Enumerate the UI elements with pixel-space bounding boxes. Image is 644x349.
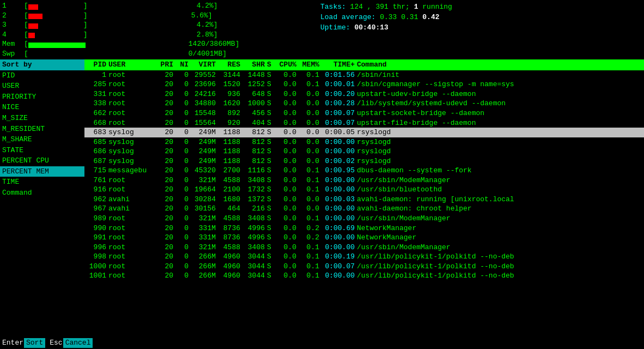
cell-time: 0:00.00 <box>321 185 357 195</box>
cell-mem: 0.0 <box>299 89 321 99</box>
cell-cmd: rsyslogd <box>357 157 643 166</box>
cell-shr: 812 <box>242 147 267 157</box>
cell-res: 936 <box>218 89 242 99</box>
cell-virt: 34880 <box>191 99 218 109</box>
table-row[interactable]: 683 syslog 20 0 249M 1188 812 S 0.0 0.0 … <box>84 128 644 137</box>
table-row[interactable]: 916 root 20 0 19664 2100 1732 S 0.0 0.1 … <box>84 185 644 195</box>
cell-cmd: /usr/sbin/ModemManager <box>357 243 643 252</box>
cell-mem: 0.1 <box>299 262 321 272</box>
table-row[interactable]: 991 root 20 0 331M 8736 4996 S 0.0 0.2 0… <box>84 233 644 243</box>
col-cpu: CPU% <box>276 60 299 70</box>
cell-ni: 0 <box>175 70 191 80</box>
cell-shr: 1732 <box>242 185 267 195</box>
cell-pri: 20 <box>155 271 175 281</box>
table-row[interactable]: 998 root 20 0 266M 4960 3044 S 0.0 0.1 0… <box>84 252 644 262</box>
sort-item-user[interactable]: USER <box>0 81 84 92</box>
cell-ni: 0 <box>175 224 191 233</box>
tasks-thr-label: thr; <box>393 3 414 11</box>
cell-pid: 990 <box>86 224 108 233</box>
swp-bracket-open: [ <box>24 49 28 59</box>
cell-virt: 266M <box>191 252 218 262</box>
cell-virt: 15548 <box>191 109 218 118</box>
cell-user: root <box>108 185 155 195</box>
cell-cpu: 0.0 <box>276 195 299 204</box>
cell-virt: 249M <box>191 147 218 157</box>
cell-res: 4588 <box>218 243 242 252</box>
table-row[interactable]: 967 avahi 20 0 30156 464 216 S 0.0 0.0 0… <box>84 204 644 214</box>
cpu3-row: 3 [ ] 4.2%] <box>2 20 314 30</box>
table-row[interactable]: 990 root 20 0 331M 8736 4996 S 0.0 0.2 0… <box>84 224 644 233</box>
cell-res: 1520 <box>218 80 242 89</box>
cell-res: 4960 <box>218 271 242 281</box>
sort-item-percent-cpu[interactable]: PERCENT CPU <box>0 155 84 166</box>
cell-pid: 715 <box>86 166 108 176</box>
enter-key: Enter <box>2 338 23 348</box>
cell-shr: 3408 <box>242 176 267 185</box>
cell-shr: 4996 <box>242 233 267 243</box>
sort-item-command[interactable]: Command <box>0 188 84 198</box>
sort-item-state[interactable]: STATE <box>0 145 84 156</box>
cell-pid: 996 <box>86 243 108 252</box>
cell-ni: 0 <box>175 233 191 243</box>
cell-pid: 1 <box>86 70 108 80</box>
table-row[interactable]: 331 root 20 0 24216 936 648 S 0.0 0.0 0:… <box>84 89 644 99</box>
table-row[interactable]: 662 root 20 0 15548 892 456 S 0.0 0.0 0:… <box>84 109 644 118</box>
cell-cmd: /usr/sbin/bluetoothd <box>357 185 643 195</box>
sort-item-mshare[interactable]: M_SHARE <box>0 134 84 145</box>
sort-item-nice[interactable]: NICE <box>0 102 84 113</box>
cell-virt: 266M <box>191 262 218 272</box>
cell-res: 1620 <box>218 99 242 109</box>
table-row[interactable]: 687 syslog 20 0 249M 1188 812 S 0.0 0.0 … <box>84 157 644 166</box>
cpu1-bar <box>28 3 83 9</box>
table-row[interactable]: 1000 root 20 0 266M 4960 3044 S 0.0 0.1 … <box>84 262 644 272</box>
table-row[interactable]: 989 root 20 0 321M 4588 3408 S 0.0 0.1 0… <box>84 214 644 224</box>
cell-pid: 285 <box>86 80 108 89</box>
cell-time: 0:00.69 <box>321 224 357 233</box>
table-row[interactable]: 1 root 20 0 29552 3144 1448 S 0.0 0.1 0:… <box>84 70 644 80</box>
cell-virt: 331M <box>191 233 218 243</box>
table-row[interactable]: 715 messagebu 20 0 45320 2700 1116 S 0.0… <box>84 166 644 176</box>
table-row[interactable]: 668 root 20 0 15564 920 404 S 0.0 0.0 0:… <box>84 118 644 128</box>
cell-res: 2700 <box>218 166 242 176</box>
table-row[interactable]: 686 syslog 20 0 249M 1188 812 S 0.0 0.0 … <box>84 147 644 157</box>
cell-mem: 0.1 <box>299 271 321 281</box>
table-row[interactable]: 996 root 20 0 321M 4588 3408 S 0.0 0.1 0… <box>84 243 644 252</box>
cpu3-bracket-open: [ <box>24 20 28 30</box>
cell-pid: 331 <box>86 89 108 99</box>
table-row[interactable]: 285 root 20 0 23696 1520 1252 S 0.0 0.1 … <box>84 80 644 89</box>
table-row[interactable]: 962 avahi 20 0 30284 1680 1372 S 0.0 0.0… <box>84 195 644 204</box>
cell-res: 1680 <box>218 195 242 204</box>
cell-cpu: 0.0 <box>276 204 299 214</box>
sort-item-time[interactable]: TIME <box>0 177 84 188</box>
cell-pri: 20 <box>155 166 175 176</box>
cell-ni: 0 <box>175 137 191 147</box>
table-row[interactable]: 761 root 20 0 321M 4588 3408 S 0.0 0.1 0… <box>84 176 644 185</box>
sort-item-percent-mem[interactable]: PERCENT MEM <box>0 166 84 177</box>
table-row[interactable]: 685 syslog 20 0 249M 1188 812 S 0.0 0.0 … <box>84 137 644 147</box>
table-row[interactable]: 1001 root 20 0 266M 4960 3044 S 0.0 0.1 … <box>84 271 644 281</box>
cell-user: syslog <box>108 147 155 157</box>
cell-cpu: 0.0 <box>276 262 299 272</box>
col-user: USER <box>108 60 155 70</box>
sort-item-pid[interactable]: PID <box>0 70 84 81</box>
cell-ni: 0 <box>175 166 191 176</box>
sort-item-mresident[interactable]: M_RESIDENT <box>0 124 84 135</box>
cell-ni: 0 <box>175 89 191 99</box>
cpu2-bracket-open: [ <box>24 11 28 21</box>
cell-s: S <box>267 157 276 166</box>
cell-res: 464 <box>218 204 242 214</box>
cell-cmd: avahi-daemon: chroot helper <box>357 204 643 214</box>
cell-mem: 0.1 <box>299 214 321 224</box>
cell-shr: 404 <box>242 118 267 128</box>
cell-time: 0:00.07 <box>321 109 357 118</box>
cell-pid: 991 <box>86 233 108 243</box>
cell-cpu: 0.0 <box>276 233 299 243</box>
cell-time: 0:00.00 <box>321 233 357 243</box>
table-row[interactable]: 338 root 20 0 34880 1620 1000 S 0.0 0.0 … <box>84 99 644 109</box>
sort-item-msize[interactable]: M_SIZE <box>0 113 84 124</box>
mem-value: 1420/3860MB] <box>189 39 240 49</box>
cell-cmd: rsyslogd <box>357 137 643 147</box>
cell-virt: 24216 <box>191 89 218 99</box>
sort-item-priority[interactable]: PRIORITY <box>0 92 84 103</box>
cpu2-row: 2 [ ] 5.6%] <box>2 11 314 21</box>
